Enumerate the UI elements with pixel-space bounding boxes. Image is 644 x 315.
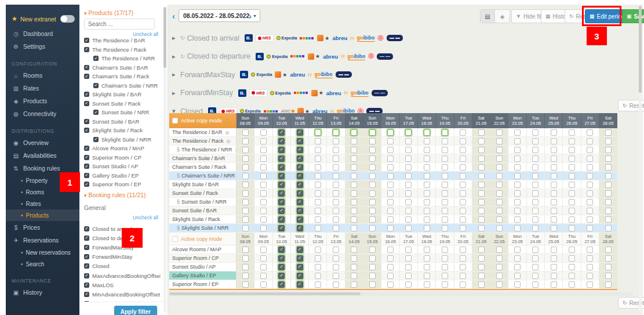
grid-checkbox[interactable] [569,164,575,171]
grid-checkbox[interactable] [315,190,321,197]
grid-checkbox[interactable] [260,129,267,136]
checked-checkbox-icon[interactable] [93,56,99,61]
scrollbar-thumb[interactable] [163,7,166,68]
grid-checkbox[interactable] [460,164,466,171]
checked-checkbox-icon[interactable] [84,101,89,106]
grid-checkbox[interactable] [460,182,466,188]
grid-checkbox[interactable] [496,147,503,153]
grid-checkbox[interactable] [478,273,485,279]
grid-checkbox[interactable] [442,216,448,223]
grid-checkbox[interactable] [514,199,521,205]
product-filter-item[interactable]: Alcove Rooms / MAP [84,144,161,153]
grid-checkbox[interactable] [278,164,285,171]
grid-checkbox[interactable] [569,182,575,188]
grid-checkbox[interactable] [496,273,503,279]
grid-checkbox[interactable] [278,147,285,153]
grid-checkbox[interactable] [442,208,448,214]
grid-checkbox[interactable] [496,129,503,136]
grid-checkbox[interactable] [333,255,339,262]
grid-checkbox[interactable] [278,255,285,262]
grid-checkbox[interactable] [460,216,466,223]
new-extranet-toggle[interactable] [60,15,75,23]
grid-checkbox[interactable] [315,255,321,262]
tag-view-button[interactable]: ◈ [495,10,510,23]
grid-checkbox[interactable] [333,147,339,153]
grid-checkbox[interactable] [315,173,321,179]
checked-checkbox-icon[interactable] [93,137,99,142]
grid-checkbox[interactable] [460,129,466,136]
grid-checkbox[interactable] [260,264,267,270]
grid-checkbox[interactable] [260,164,267,171]
grid-checkbox[interactable] [260,273,267,279]
checked-checkbox-icon[interactable] [84,273,89,278]
grid-checkbox[interactable] [297,190,303,197]
grid-checkbox[interactable] [424,199,430,205]
grid-checkbox[interactable] [297,225,303,231]
grid-checkbox[interactable] [387,225,394,231]
grid-checkbox[interactable] [551,255,557,262]
grid-checkbox[interactable] [496,247,503,253]
grid-checkbox[interactable] [242,255,249,262]
chevron-right-icon[interactable]: ▸ [172,89,177,97]
grid-checkbox[interactable] [587,129,593,136]
grid-checkbox[interactable] [333,281,339,288]
grid-checkbox[interactable] [551,199,557,205]
filter-scrollbar[interactable] [163,7,166,313]
grid-checkbox[interactable] [551,164,557,171]
grid-checkbox[interactable] [496,164,503,171]
grid-checkbox[interactable] [460,255,466,262]
grid-checkbox[interactable] [514,208,521,214]
checked-checkbox-icon[interactable] [84,38,89,43]
grid-checkbox[interactable] [369,273,376,279]
grid-checkbox[interactable] [605,199,612,205]
grid-checkbox[interactable] [442,264,448,270]
product-filter-item[interactable]: Sunset Suite / NRR [84,108,161,117]
grid-checkbox[interactable] [387,208,394,214]
grid-checkbox[interactable] [605,225,612,231]
grid-checkbox[interactable] [605,147,612,153]
grid-checkbox[interactable] [242,273,249,279]
product-filter-item[interactable]: Chaiman's Suite / BAR [84,63,161,73]
sidebar-item-products[interactable]: ◈Products [6,95,79,107]
grid-checkbox[interactable] [424,216,430,223]
grid-checkbox[interactable] [315,264,321,270]
grid-checkbox[interactable] [587,247,593,253]
grid-checkbox[interactable] [315,225,321,231]
grid-checkbox[interactable] [569,255,575,262]
grid-checkbox[interactable] [387,273,394,279]
checked-checkbox-icon[interactable] [84,164,89,169]
product-filter-item[interactable]: Sunset Studio / AP [84,162,161,171]
product-filter-item[interactable]: Sunset Suite / BAR [84,117,161,126]
grid-checkbox[interactable] [496,190,503,197]
grid-checkbox[interactable] [496,199,503,205]
checked-checkbox-icon[interactable] [93,83,99,88]
grid-checkbox[interactable] [605,138,612,144]
grid-checkbox[interactable] [424,273,430,279]
checked-checkbox-icon[interactable] [84,119,89,124]
grid-checkbox[interactable] [405,199,412,205]
checked-checkbox-icon[interactable] [84,65,89,70]
grid-checkbox[interactable] [605,155,612,162]
grid-checkbox[interactable] [405,208,412,214]
grid-checkbox[interactable] [387,138,394,144]
grid-checkbox[interactable] [333,208,339,214]
checked-checkbox-icon[interactable] [84,173,89,178]
grid-checkbox[interactable] [315,199,321,205]
grid-checkbox[interactable] [278,173,285,179]
grid-checkbox[interactable] [569,208,575,214]
checked-checkbox-icon[interactable] [84,128,89,133]
grid-checkbox[interactable] [351,199,357,205]
grid-checkbox[interactable] [405,173,412,179]
grid-checkbox[interactable] [242,190,249,197]
grid-checkbox[interactable] [587,216,593,223]
grid-checkbox[interactable] [387,247,394,253]
grid-checkbox[interactable] [569,190,575,197]
grid-checkbox[interactable] [605,182,612,188]
grid-checkbox[interactable] [532,155,539,162]
grid-checkbox[interactable] [442,273,448,279]
grid-checkbox[interactable] [333,190,339,197]
grid-checkbox[interactable] [478,247,485,253]
grid-checkbox[interactable] [351,173,357,179]
grid-checkbox[interactable] [551,281,557,288]
grid-checkbox[interactable] [551,182,557,188]
